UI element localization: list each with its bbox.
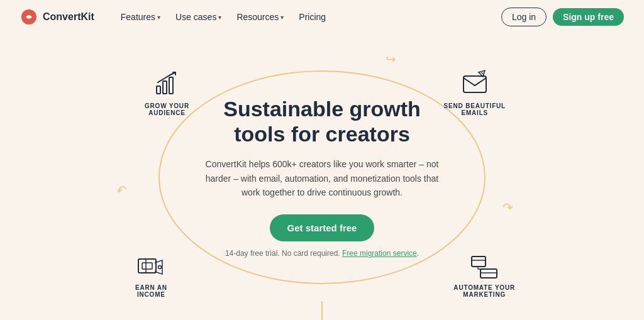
grow-audience-icon	[152, 69, 182, 99]
svg-rect-2	[163, 81, 167, 94]
svg-rect-6	[138, 259, 156, 273]
use-cases-chevron-icon: ▾	[218, 14, 221, 21]
signup-button[interactable]: Sign up free	[553, 8, 624, 26]
grow-audience-label: GROW YOURAUDIENCE	[145, 102, 189, 116]
hero-content: Sustainable growth tools for creators Co…	[203, 96, 441, 258]
migration-link[interactable]: Free migration service	[342, 249, 417, 258]
send-email-icon	[460, 69, 490, 99]
resources-chevron-icon: ▾	[280, 14, 284, 21]
nav-links: Features ▾ Use cases ▾ Resources ▾ Prici…	[114, 8, 501, 26]
svg-line-5	[481, 72, 484, 74]
logo-text: ConvertKit	[43, 11, 94, 23]
svg-rect-3	[169, 77, 173, 94]
svg-rect-4	[464, 76, 486, 92]
arrow-right-icon: ↷	[502, 200, 513, 215]
feature-automate: AUTOMATE YOURMARKETING	[453, 250, 515, 298]
nav-use-cases[interactable]: Use cases ▾	[169, 8, 228, 26]
logo-link[interactable]: ConvertKit	[20, 8, 94, 26]
login-button[interactable]: Log in	[501, 8, 547, 26]
nav-pricing-label: Pricing	[299, 12, 326, 22]
svg-rect-10	[472, 257, 486, 267]
nav-features-label: Features	[121, 12, 155, 22]
arrow-left-icon: ↷	[115, 182, 128, 199]
automate-marketing-label: AUTOMATE YOURMARKETING	[453, 284, 515, 298]
feature-grow: GROW YOURAUDIENCE	[145, 69, 189, 116]
bottom-line	[321, 301, 323, 320]
earn-income-label: EARN ANINCOME	[135, 284, 167, 298]
nav-resources[interactable]: Resources ▾	[230, 8, 290, 26]
logo-icon	[20, 8, 38, 26]
feature-earn: EARN ANINCOME	[135, 250, 167, 298]
features-chevron-icon: ▾	[157, 14, 160, 21]
navbar: ConvertKit Features ▾ Use cases ▾ Resour…	[0, 0, 644, 34]
hero-subtitle: ConvertKit helps 600k+ creators like you…	[203, 157, 441, 199]
svg-rect-7	[142, 263, 152, 269]
nav-resources-label: Resources	[236, 12, 279, 22]
nav-features[interactable]: Features ▾	[114, 8, 167, 26]
send-email-label: SEND BEAUTIFULEMAILS	[444, 102, 506, 116]
automate-marketing-icon	[469, 250, 499, 280]
arrow-top-icon: ↪	[386, 52, 396, 67]
svg-point-9	[158, 266, 162, 269]
svg-rect-1	[157, 86, 160, 94]
hero-title: Sustainable growth tools for creators	[203, 96, 441, 148]
nav-actions: Log in Sign up free	[501, 8, 624, 26]
feature-email: SEND BEAUTIFULEMAILS	[444, 69, 506, 116]
trial-text: 14-day free trial. No card required.	[225, 249, 342, 258]
svg-rect-12	[480, 269, 497, 278]
earn-income-icon	[136, 250, 166, 280]
nav-pricing[interactable]: Pricing	[292, 8, 332, 26]
hero-trial-text: 14-day free trial. No card required. Fre…	[203, 249, 441, 258]
hero-section: ↪ ↷ ↷ GROW YOURAUDIENCE SEND BEAUTIFULEM…	[0, 34, 644, 320]
nav-use-cases-label: Use cases	[175, 12, 216, 22]
get-started-button[interactable]: Get started free	[270, 214, 375, 241]
